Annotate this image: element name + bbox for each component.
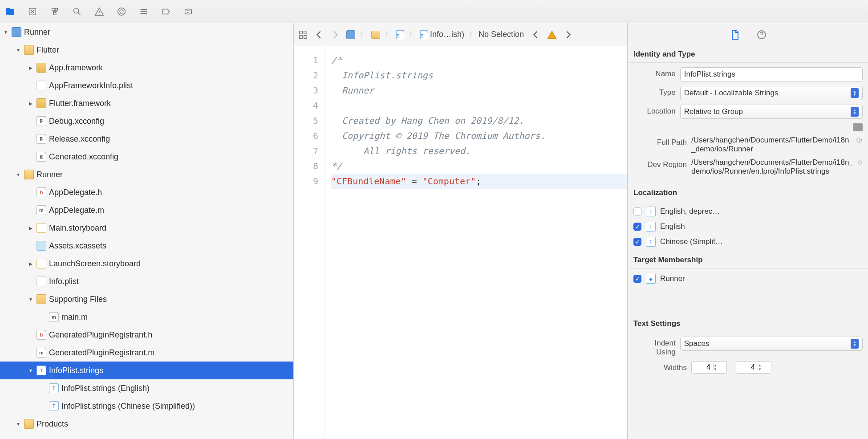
breakpoint-nav-icon[interactable]	[159, 5, 173, 18]
checkbox-icon[interactable]: ✓	[633, 238, 641, 246]
svg-point-7	[117, 7, 126, 16]
disclosure-triangle-icon[interactable]: ▼	[15, 421, 21, 427]
file-inspector-tab-icon[interactable]	[728, 28, 742, 41]
disclosure-triangle-icon[interactable]: ▼	[28, 367, 34, 374]
indent-width-input[interactable]	[736, 363, 758, 371]
name-field[interactable]	[680, 67, 863, 81]
tree-row[interactable]: ▶Main.storyboard	[0, 219, 293, 237]
next-issue-icon[interactable]	[561, 28, 575, 41]
tree-item-label: Runner	[24, 28, 50, 37]
target-row[interactable]: ✓ ◆ Runner	[633, 271, 863, 286]
text-settings-header: Text Settings	[628, 316, 868, 332]
line-number: 6	[294, 128, 318, 143]
tree-row[interactable]: ▶Flutter.framework	[0, 94, 293, 112]
disclosure-triangle-icon[interactable]: ▼	[28, 296, 34, 302]
tree-row[interactable]: mGeneratedPluginRegistrant.m	[0, 344, 293, 362]
disclosure-triangle-icon[interactable]: ▶	[28, 100, 34, 106]
disclosure-triangle-icon[interactable]: ▼	[15, 171, 21, 178]
chevron-icon: 〉	[409, 30, 416, 39]
search-icon[interactable]	[70, 5, 84, 18]
folder-nav-icon[interactable]	[4, 5, 17, 18]
tree-row[interactable]: ▼Products	[0, 415, 293, 433]
debug-nav-icon[interactable]	[137, 5, 150, 18]
checkbox-icon[interactable]	[633, 207, 641, 215]
disclosure-triangle-icon	[40, 314, 46, 320]
doc-m-icon: m	[49, 312, 59, 322]
tree-row[interactable]: ▼Runner	[0, 23, 293, 41]
checkbox-icon[interactable]: ✓	[633, 223, 641, 231]
disclosure-triangle-icon[interactable]: ▶	[28, 225, 34, 231]
breadcrumb-file-label: Info…ish)	[430, 30, 464, 39]
disclosure-triangle-icon[interactable]: ▼	[15, 47, 21, 53]
tree-row[interactable]: mmain.m	[0, 308, 293, 326]
svg-point-14	[857, 138, 862, 142]
localization-row[interactable]: ✓TEnglish	[633, 219, 863, 234]
localization-label: English	[660, 222, 685, 231]
tree-row[interactable]: ▶LaunchScreen.storyboard	[0, 255, 293, 272]
tree-row[interactable]: TInfoPlist.strings (English)	[0, 379, 293, 397]
localization-row[interactable]: TEnglish, deprec…	[633, 204, 863, 219]
tree-row[interactable]: ⎘Debug.xcconfig	[0, 112, 293, 130]
tree-row[interactable]: ▼TInfoPlist.strings	[0, 362, 293, 379]
main-split: ▼Runner▼Flutter▶App.framework AppFramewo…	[0, 23, 868, 439]
tab-width-input[interactable]	[692, 363, 713, 371]
warning-icon[interactable]	[545, 28, 559, 41]
tree-row[interactable]: ▼Flutter	[0, 41, 293, 59]
tree-row[interactable]: ⎘Generated.xcconfig	[0, 148, 293, 166]
tree-row[interactable]: TInfoPlist.strings (Chinese (Simplified)…	[0, 397, 293, 415]
tree-row[interactable]: AppFrameworkInfo.plist	[0, 77, 293, 94]
checkbox-icon[interactable]: ✓	[633, 275, 641, 283]
chevron-icon: 〉	[469, 30, 476, 39]
tree-row[interactable]: Assets.xcassets	[0, 237, 293, 255]
help-inspector-tab-icon[interactable]	[755, 28, 768, 41]
go-forward-icon[interactable]	[329, 28, 342, 41]
inspector-tabs[interactable]	[628, 23, 868, 46]
breadcrumb-project[interactable]	[345, 30, 357, 39]
test-nav-icon[interactable]	[115, 5, 128, 18]
line-number: 4	[294, 98, 318, 113]
project-navigator[interactable]: ▼Runner▼Flutter▶App.framework AppFramewo…	[0, 23, 294, 439]
disclosure-triangle-icon[interactable]: ▶	[28, 65, 34, 71]
breadcrumb-folder[interactable]	[369, 31, 382, 39]
disclosure-triangle-icon[interactable]: ▶	[28, 260, 34, 267]
tree-row[interactable]: mAppDelegate.m	[0, 201, 293, 219]
type-select[interactable]: Default - Localizable Strings ▲▼	[680, 86, 863, 100]
tree-item-label: Release.xcconfig	[49, 134, 110, 144]
location-select[interactable]: Relative to Group ▲▼	[680, 105, 863, 119]
reveal-arrow-icon[interactable]	[856, 136, 863, 145]
source-editor[interactable]: 123456789 /* InfoPlist.strings Runner Cr…	[294, 46, 627, 439]
tree-row[interactable]: Info.plist	[0, 272, 293, 290]
localization-row[interactable]: ✓TChinese (Simplif…	[633, 234, 863, 249]
prev-issue-icon[interactable]	[529, 28, 543, 41]
editor-area: 〉 〉 T 〉 TInfo…ish) 〉 No Selection 123456…	[294, 23, 628, 439]
go-back-icon[interactable]	[312, 28, 326, 41]
tree-row[interactable]: hAppDelegate.h	[0, 183, 293, 201]
doc-icon: ⎘	[37, 152, 46, 162]
reveal-arrow-icon[interactable]	[858, 158, 863, 167]
choose-folder-icon[interactable]	[853, 123, 863, 131]
breadcrumb-file1[interactable]: T	[394, 30, 406, 39]
code-content[interactable]: /* InfoPlist.strings Runner Created by H…	[325, 46, 627, 439]
tree-row[interactable]: ▼Supporting Files	[0, 290, 293, 308]
source-control-icon[interactable]	[26, 5, 39, 18]
tree-row[interactable]: hGeneratedPluginRegistrant.h	[0, 326, 293, 344]
framework-icon	[37, 98, 46, 108]
report-nav-icon[interactable]	[182, 5, 195, 18]
indent-using-select[interactable]: Spaces ▲▼	[680, 337, 863, 351]
symbol-nav-icon[interactable]	[48, 5, 61, 18]
tree-row[interactable]: ▼Runner	[0, 166, 293, 183]
devregion-label: Dev Region	[633, 158, 687, 169]
tree-row[interactable]: ⎘Release.xcconfig	[0, 130, 293, 148]
disclosure-triangle-icon[interactable]: ▼	[3, 29, 9, 35]
disclosure-triangle-icon	[28, 118, 34, 124]
indent-width-stepper[interactable]: ▲▼	[736, 361, 771, 374]
tree-row[interactable]: ▶App.framework	[0, 59, 293, 77]
related-items-icon[interactable]	[296, 28, 310, 41]
tree-item-label: Flutter	[37, 45, 59, 55]
issue-nav-icon[interactable]	[93, 5, 106, 18]
chevron-icon: 〉	[360, 30, 367, 39]
disclosure-triangle-icon	[28, 154, 34, 160]
breadcrumb-file2[interactable]: TInfo…ish)	[418, 30, 466, 39]
tab-width-stepper[interactable]: ▲▼	[691, 361, 727, 374]
jump-bar[interactable]: 〉 〉 T 〉 TInfo…ish) 〉 No Selection	[294, 23, 627, 46]
